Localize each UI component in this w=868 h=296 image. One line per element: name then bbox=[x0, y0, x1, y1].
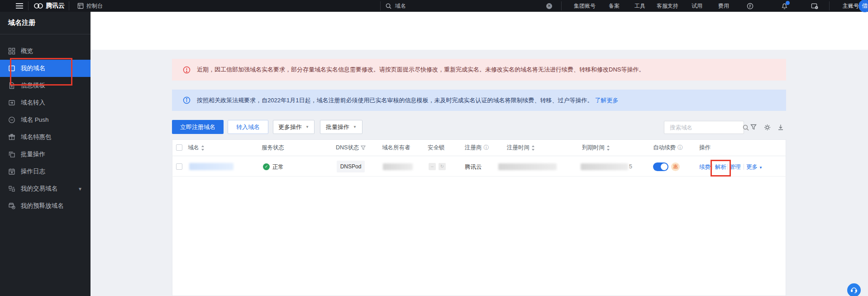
filter-funnel-icon[interactable] bbox=[750, 124, 757, 130]
transfer-domain-button[interactable]: 转入域名 bbox=[228, 120, 268, 134]
sidebar-item-domain-deal-package[interactable]: 域名特惠包 bbox=[0, 129, 91, 146]
sidebar-item-my-domains[interactable]: 我的域名 bbox=[0, 60, 91, 77]
col-service-status: 服务状态 bbox=[262, 144, 284, 152]
nav-group-account[interactable]: 集团账号 bbox=[574, 0, 596, 12]
sidebar-item-my-prerelease-domains[interactable]: 我的预释放域名 bbox=[0, 197, 91, 215]
alert-info-text: 按照相关政策法规要求，自2022年1月1日起，域名注册前必须使用已实名审核的信息… bbox=[197, 96, 593, 105]
action-manage[interactable]: 管理 bbox=[730, 163, 741, 171]
download-icon[interactable] bbox=[777, 124, 784, 130]
search-icon[interactable] bbox=[743, 124, 749, 131]
info-circle-icon[interactable]: ⓘ bbox=[484, 144, 489, 152]
sort-icon[interactable] bbox=[606, 145, 610, 151]
col-auto-renew: 自动续费ⓘ bbox=[653, 144, 683, 152]
notification-bell-icon[interactable] bbox=[781, 0, 788, 12]
search-query: 域名 bbox=[395, 2, 406, 10]
col-actions: 操作 bbox=[699, 144, 711, 152]
lock-refresh-icon[interactable]: ↻ bbox=[439, 163, 446, 170]
divider bbox=[712, 164, 713, 170]
toggle-knob bbox=[661, 163, 668, 170]
expire-time-tail: 5 bbox=[629, 163, 632, 170]
info-circle-icon[interactable]: ⓘ bbox=[677, 144, 683, 152]
sidebar: 域名注册 概览 我的域名 信息模板 域名转入 域名 Push 域名特惠包 批量操… bbox=[0, 12, 91, 296]
global-search[interactable]: 域名 bbox=[386, 0, 406, 12]
chevron-down-icon: ▼ bbox=[305, 125, 309, 129]
nav-support[interactable]: 客服支持 bbox=[657, 0, 678, 12]
learn-more-link[interactable]: 了解更多 bbox=[595, 96, 618, 105]
top-navbar: 腾讯云 控制台 域名 ✕ 集团账号 备案 工具 客服支持 试用 费用 主账号 借 bbox=[0, 0, 868, 12]
tencent-cloud-logo[interactable]: 腾讯云 bbox=[33, 0, 65, 12]
action-more-dropdown[interactable]: 更多▼ bbox=[746, 163, 763, 171]
sidebar-title: 域名注册 bbox=[8, 19, 35, 27]
hamburger-menu-icon[interactable] bbox=[15, 0, 24, 12]
search-icon bbox=[386, 3, 391, 9]
batch-operations-dropdown[interactable]: 批量操作▼ bbox=[320, 120, 362, 134]
sidebar-item-domain-transfer-in[interactable]: 域名转入 bbox=[0, 94, 91, 111]
divider bbox=[727, 164, 728, 170]
ticket-circle-icon[interactable] bbox=[747, 0, 754, 12]
nav-billing[interactable]: 费用 bbox=[718, 0, 729, 12]
alert-error-text: 近期，因工信部加强域名实名要求，部分存量域名实名信息需要修改。请按页面提示尽快修… bbox=[197, 66, 644, 74]
alert-error-banner: 近期，因工信部加强域名实名要求，部分存量域名实名信息需要修改。请按页面提示尽快修… bbox=[172, 59, 786, 81]
console-label: 控制台 bbox=[86, 2, 103, 10]
user-avatar[interactable]: 借 bbox=[858, 0, 868, 12]
registrar-value: 腾讯云 bbox=[465, 163, 482, 171]
window-icon bbox=[8, 65, 15, 72]
select-all-checkbox[interactable] bbox=[176, 144, 182, 151]
filter-funnel-icon[interactable] bbox=[361, 145, 366, 150]
sidebar-item-batch-operations[interactable]: 批量操作 bbox=[0, 146, 91, 163]
headset-icon bbox=[850, 286, 858, 294]
console-settings-icon[interactable] bbox=[811, 0, 818, 12]
domain-search-input[interactable] bbox=[670, 124, 743, 131]
col-expire-time[interactable]: 到期时间 bbox=[582, 144, 610, 152]
sidebar-item-my-trade-domains[interactable]: 我的交易域名 ▼ bbox=[0, 180, 91, 197]
divider bbox=[69, 1, 69, 10]
nav-trial[interactable]: 试用 bbox=[692, 0, 702, 12]
console-nav[interactable]: 控制台 bbox=[77, 0, 103, 12]
divider bbox=[380, 1, 381, 10]
dns-status-chip: DNSPod bbox=[337, 161, 365, 172]
customer-service-bubble[interactable] bbox=[847, 283, 861, 296]
sidebar-item-domain-push[interactable]: 域名 Push bbox=[0, 111, 91, 129]
sort-icon[interactable] bbox=[201, 145, 205, 151]
info-icon bbox=[183, 96, 191, 104]
copy-icon bbox=[8, 151, 15, 158]
settings-gear-icon[interactable] bbox=[764, 124, 771, 131]
error-icon bbox=[183, 66, 191, 74]
divider bbox=[561, 1, 562, 10]
col-domain[interactable]: 域名 bbox=[188, 144, 205, 152]
brand-name: 腾讯云 bbox=[46, 2, 65, 10]
expire-time-redacted bbox=[581, 163, 628, 170]
row-checkbox[interactable] bbox=[176, 163, 182, 170]
lock-disabled-icon[interactable]: – bbox=[429, 163, 436, 170]
account-type[interactable]: 主账号 bbox=[843, 0, 859, 12]
more-operations-dropdown[interactable]: 更多操作▼ bbox=[273, 120, 315, 134]
sort-icon[interactable] bbox=[531, 145, 535, 151]
document-icon bbox=[8, 82, 15, 89]
nav-beian[interactable]: 备案 bbox=[609, 0, 620, 12]
transfer-in-icon bbox=[8, 99, 15, 106]
divider bbox=[0, 34, 91, 34]
sidebar-item-info-templates[interactable]: 信息模板 bbox=[0, 77, 91, 94]
sidebar-item-operation-logs[interactable]: 操作日志 bbox=[0, 163, 91, 180]
col-register-time[interactable]: 注册时间 bbox=[507, 144, 535, 152]
col-owner: 域名所有者 bbox=[382, 144, 410, 152]
chevron-down-icon: ▼ bbox=[353, 125, 357, 129]
domain-search-box[interactable] bbox=[664, 121, 744, 134]
search-clear-icon[interactable]: ✕ bbox=[546, 0, 552, 12]
domain-name-redacted[interactable] bbox=[189, 163, 234, 170]
page-header bbox=[91, 12, 868, 50]
col-registrar: 注册商ⓘ bbox=[465, 144, 489, 152]
col-dns-status[interactable]: DNS状态 bbox=[336, 144, 366, 152]
sidebar-item-overview[interactable]: 概览 bbox=[0, 43, 91, 60]
auto-renew-toggle[interactable] bbox=[653, 162, 668, 171]
promo-badge[interactable]: 惠 bbox=[671, 162, 680, 171]
action-resolve[interactable]: 解析 bbox=[715, 163, 726, 171]
register-domain-button[interactable]: 立即注册域名 bbox=[172, 120, 224, 134]
gift-icon bbox=[8, 134, 15, 141]
calendar-icon bbox=[8, 168, 15, 175]
nav-tools[interactable]: 工具 bbox=[634, 0, 645, 12]
trade-icon bbox=[8, 185, 15, 192]
service-status-value: 正常 bbox=[272, 163, 284, 171]
action-renew[interactable]: 续费 bbox=[699, 163, 711, 171]
grid-icon bbox=[8, 48, 15, 55]
